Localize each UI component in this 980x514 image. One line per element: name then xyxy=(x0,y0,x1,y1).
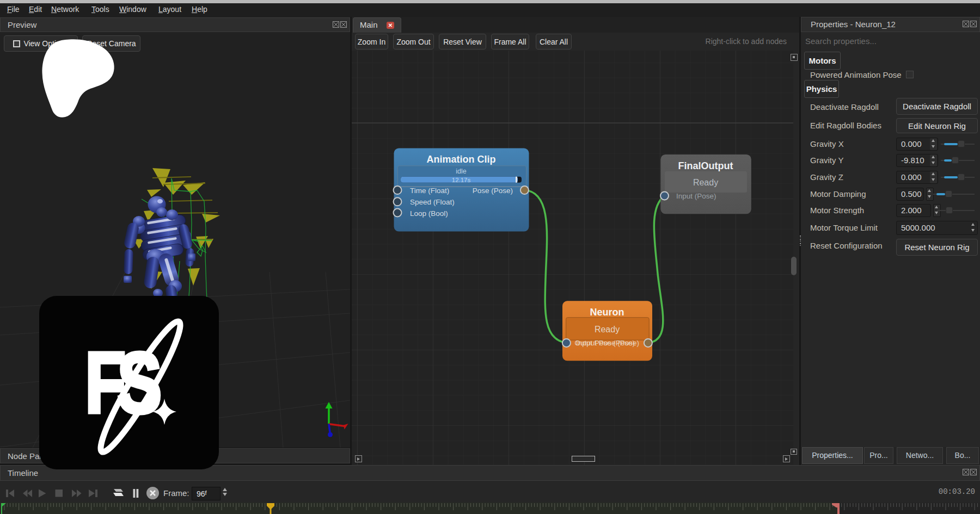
svg-text:Loop (Bool): Loop (Bool) xyxy=(410,209,448,218)
svg-text:idle: idle xyxy=(456,168,467,175)
svg-text:Time (Float): Time (Float) xyxy=(410,187,449,195)
svg-text:Ready: Ready xyxy=(693,178,718,187)
svg-text:Output Pose (Pose): Output Pose (Pose) xyxy=(574,339,639,347)
svg-text:Speed (Float): Speed (Float) xyxy=(410,198,455,206)
svg-text:Pose (Pose): Pose (Pose) xyxy=(473,187,513,195)
svg-text:Input (Pose): Input (Pose) xyxy=(676,192,716,200)
svg-text:Animation Clip: Animation Clip xyxy=(427,154,496,165)
svg-text:Neuron: Neuron xyxy=(590,307,624,318)
svg-text:FS: FS xyxy=(85,335,160,430)
svg-text:Ready: Ready xyxy=(595,325,620,334)
svg-text:12.17s: 12.17s xyxy=(452,177,471,183)
svg-text:FinalOutput: FinalOutput xyxy=(678,160,733,171)
